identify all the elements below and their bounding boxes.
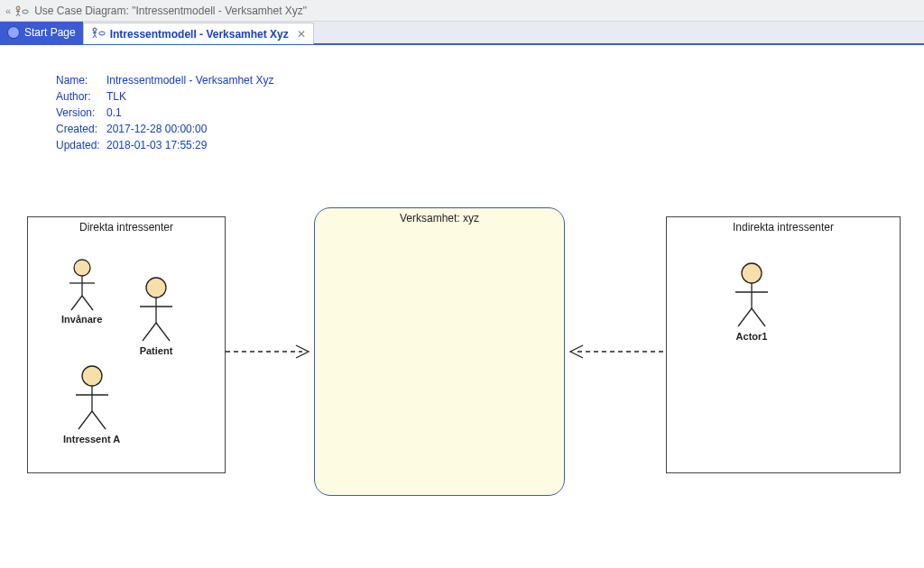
meta-version-label: Version: — [56, 105, 106, 121]
tab-active-label: Intressentmodell - Verksamhet Xyz — [110, 28, 289, 41]
boundary-direkta-intressenter[interactable]: Direkta intressenter — [27, 216, 226, 473]
actor-intressent-a[interactable]: Intressent A — [63, 364, 120, 444]
dependency-indirekta-to-verksamhet[interactable] — [565, 343, 666, 361]
meta-author-value: TLK — [106, 88, 126, 105]
actor-patient[interactable]: Patient — [134, 276, 179, 356]
meta-author-label: Author: — [56, 88, 106, 105]
window-title-text: Use Case Diagram: "Intressentmodell - Ve… — [34, 5, 307, 17]
svg-line-15 — [71, 296, 82, 310]
actor-icon — [69, 364, 115, 432]
svg-line-20 — [143, 323, 156, 341]
use-case-diagram-icon — [14, 5, 29, 17]
svg-line-21 — [156, 323, 170, 341]
svg-point-27 — [742, 263, 762, 283]
actor-icon — [64, 258, 100, 312]
svg-line-10 — [95, 35, 97, 38]
diagram-metadata: Name:Intressentmodell - Verksamhet Xyz A… — [56, 72, 273, 153]
boundary-indirekta-intressenter[interactable]: Indirekta intressenter — [666, 216, 901, 473]
meta-updated-label: Updated: — [56, 137, 106, 153]
svg-point-11 — [99, 32, 105, 35]
dependency-direkta-to-verksamhet[interactable] — [226, 343, 316, 361]
svg-point-0 — [16, 6, 20, 10]
svg-line-3 — [16, 14, 18, 16]
tab-start-label: Start Page — [24, 26, 76, 39]
actor-invanare[interactable]: Invånare — [61, 258, 102, 325]
meta-created-value: 2017-12-28 00:00:00 — [106, 121, 207, 137]
use-case-diagram-icon — [91, 26, 106, 41]
window-titlebar: « Use Case Diagram: "Intressentmodell - … — [0, 0, 924, 22]
svg-point-12 — [74, 260, 90, 276]
actor-actor1-label: Actor1 — [736, 331, 768, 342]
actor-patient-label: Patient — [140, 345, 173, 356]
actor-icon — [729, 261, 774, 329]
svg-line-30 — [738, 308, 752, 326]
svg-line-9 — [93, 35, 95, 38]
actor-intressent-a-label: Intressent A — [63, 434, 120, 444]
meta-name-label: Name: — [56, 72, 106, 88]
tab-start-page[interactable]: Start Page — [0, 22, 83, 43]
svg-line-26 — [92, 411, 106, 429]
svg-line-16 — [82, 296, 93, 310]
svg-point-5 — [23, 10, 28, 14]
boundary-indirekta-title: Indirekta intressenter — [667, 217, 900, 234]
svg-point-17 — [146, 278, 166, 298]
actor-icon — [134, 276, 179, 344]
meta-updated-value: 2018-01-03 17:55:29 — [106, 137, 207, 153]
svg-line-31 — [752, 308, 765, 326]
globe-icon — [7, 26, 20, 39]
tab-diagram-active[interactable]: Intressentmodell - Verksamhet Xyz ✕ — [83, 23, 314, 44]
svg-line-4 — [18, 14, 20, 16]
meta-created-label: Created: — [56, 121, 106, 137]
svg-point-6 — [93, 28, 97, 32]
tab-bar: Start Page Intressentmodell - Verksamhet… — [0, 22, 924, 45]
diagram-canvas[interactable]: Name:Intressentmodell - Verksamhet Xyz A… — [0, 45, 924, 568]
boundary-verksamhet[interactable]: Verksamhet: xyz — [314, 207, 565, 496]
collapse-chevrons-icon[interactable]: « — [5, 5, 11, 16]
svg-point-22 — [82, 366, 102, 386]
close-icon[interactable]: ✕ — [297, 28, 306, 41]
actor-actor1[interactable]: Actor1 — [729, 261, 774, 342]
meta-name-value: Intressentmodell - Verksamhet Xyz — [106, 72, 273, 88]
actor-invanare-label: Invånare — [61, 314, 102, 325]
boundary-verksamhet-title: Verksamhet: xyz — [315, 208, 564, 224]
meta-version-value: 0.1 — [106, 105, 122, 121]
svg-line-25 — [79, 411, 92, 429]
boundary-direkta-title: Direkta intressenter — [28, 217, 225, 234]
